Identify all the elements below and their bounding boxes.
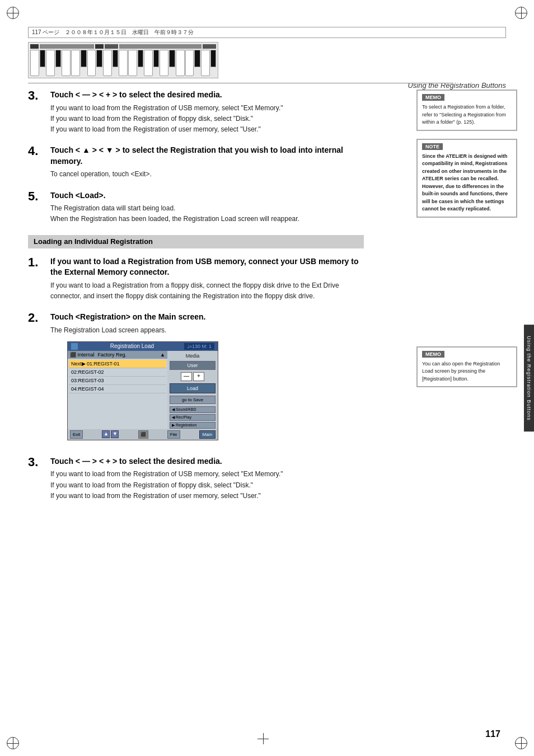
up-arrow-btn[interactable]: ▲ [102,430,110,438]
sound-kbd-btn[interactable]: ◀ Sound/KBD [170,406,216,413]
step-4-touch: Touch [50,145,73,154]
screen-left: ⬛ Internal Factory Reg. ▲ Next▶ 01:REGIS… [68,351,167,429]
touch-word: Touch [50,90,73,99]
step-3-line-3: If you want to load from the Registratio… [50,124,364,135]
media-user-btn[interactable]: User [170,361,216,370]
note-box-1: NOTE Since the ATELIER is designed with … [416,139,517,218]
pm-buttons: — + [170,372,216,381]
step-5-touch: Touch [50,191,73,200]
list-item-4[interactable]: 04:REGIST-04 [69,385,166,393]
step-3b-touch: Touch [50,457,73,466]
step-3-line-2: If you want to load from the Registratio… [50,114,364,124]
screen-tempo: ♩=130 M: 1 [184,343,214,350]
note-text-1: Since the ATELIER is designed with compa… [422,153,512,213]
screen-body: ⬛ Internal Factory Reg. ▲ Next▶ 01:REGIS… [68,351,218,429]
memo-text-2: You can also open the Registration Load … [422,360,512,383]
down-arrow-btn[interactable]: ▼ [111,430,119,438]
corner-mark-tr [515,7,527,19]
file-btn[interactable]: ⬛ [138,430,148,439]
step-4-body: To cancel operation, touch <Exit>. [50,169,364,180]
list-item-2[interactable]: 02:REGIST-02 [69,368,166,377]
ind-step-3-body: If you want to load from the Registratio… [50,469,364,501]
ind-step-1-number: 1. [28,256,45,302]
main-btn[interactable]: Main [199,430,216,439]
ind-step-1-title: If you want to load a Registration from … [50,256,364,278]
meta-bar: 117 ページ ２００８年１０月１５日 水曜日 午前９時３７分 [28,27,506,38]
step-5-number: 5. [28,190,45,225]
bottom-arrows: ▲ ▼ [102,430,119,438]
ind-step-1-body: If you want to load a Registration from … [50,280,364,302]
ind-step-1-block: 1. If you want to load a Registration fr… [28,256,364,302]
bottom-center-mark [257,733,269,739]
screen-list: Next▶ 01:REGIST-01 02:REGIST-02 03:REGIS… [68,359,167,429]
page-number: 117 [485,729,500,739]
step-5-block: 5. Touch <Load>. The Registration data w… [28,190,364,225]
rec-play-btn[interactable]: ◀ Rec/Play [170,414,216,421]
memo-box-1: MEMO To select a Registration from a fol… [416,90,517,131]
step-4-block: 4. Touch < ▲ > < ▼ > to select the Regis… [28,145,364,180]
step-3-body: If you want to load from the Registratio… [50,103,364,135]
minus-btn[interactable]: — [181,372,192,381]
plus-btn[interactable]: + [193,372,204,381]
ind-step-3-line-2: If you want to load from the Registratio… [50,480,364,491]
side-buttons: ◀ Sound/KBD ◀ Rec/Play ▶ Registration [170,406,216,429]
step-5-title: Touch <Load>. [50,190,364,201]
ind-step-2-block: 2. Touch <Registration> on the Main scre… [28,312,364,446]
list-item-1[interactable]: Next▶ 01:REGIST-01 [69,360,166,368]
screen-title-text: Registration Load [110,343,154,349]
exit-btn[interactable]: Exit [70,430,83,439]
ind-step-3-line-1: If you want to load from the Registratio… [50,469,364,480]
file-label-btn[interactable]: File [167,430,180,439]
list-item-3[interactable]: 03:REGIST-03 [69,377,166,385]
step-3-block: 3. Touch < — > < + > to select the desir… [28,90,364,135]
memo-title-1: MEMO [422,94,444,101]
ind-step-3-content: Touch < — > < + > to select the desired … [50,456,364,501]
screen-ui: Registration Load ♩=130 M: 1 ⬛ Internal … [67,341,218,440]
step-3-number: 3. [28,90,45,135]
media-label: Media [170,353,216,359]
step-4-title: Touch < ▲ > < ▼ > to select the Registra… [50,145,364,167]
step-5-line-2: When the Registration has been loaded, t… [50,214,364,224]
corner-mark-bl [7,737,19,749]
screen-title-icon [71,343,78,350]
goto-save-btn[interactable]: go to Save [170,396,216,404]
top-rule [28,83,453,83]
main-content: 3. Touch < — > < + > to select the desir… [28,90,364,728]
vertical-tab: Using the Registration Buttons [524,325,534,432]
ind-step-2-body: The Registration Load screen appears. [50,325,364,336]
ind-step-3-title: Touch < — > < + > to select the desired … [50,456,364,467]
ind-step-3-line-3: If you want to load from the Registratio… [50,491,364,501]
registration-btn[interactable]: ▶ Registration [170,422,216,429]
section-divider: Loading an Individual Registration [28,235,364,248]
right-sidebar: MEMO To select a Registration from a fol… [416,90,517,395]
corner-mark-br [515,737,527,749]
ind-step-2-line: The Registration Load screen appears. [50,325,364,336]
ind-step-1-content: If you want to load a Registration from … [50,256,364,302]
load-btn[interactable]: Load [170,383,216,393]
memo-text-1: To select a Registration from a folder, … [422,104,512,126]
meta-text: 117 ページ ２００８年１０月１５日 水曜日 午前９時３７分 [32,29,194,36]
step-5-content: Touch <Load>. The Registration data will… [50,190,364,225]
step-3-title: Touch < — > < + > to select the desired … [50,90,364,101]
memo-box-2: MEMO You can also open the Registration … [416,346,517,388]
step-3-content: Touch < — > < + > to select the desired … [50,90,364,135]
corner-mark-tl [7,7,19,19]
ind-step-2-content: Touch <Registration> on the Main screen.… [50,312,364,446]
screen-bottom-bar: Exit ▲ ▼ ⬛ File Main [68,429,218,440]
step-5-line-1: The Registration data will start being l… [50,203,364,214]
screen-right-panel: Media User — + Load go to Save ◀ Sound/K… [167,351,218,429]
memo-title-2: MEMO [422,351,444,358]
ind-step-2-number: 2. [28,312,45,446]
step-3-line-1: If you want to load from the Registratio… [50,103,364,114]
screen-titlebar: Registration Load ♩=130 M: 1 [68,342,218,351]
ind-step-1-line: If you want to load a Registration from … [50,280,364,302]
screen-internal-header: ⬛ Internal Factory Reg. ▲ [68,351,167,359]
ind-step-3-number: 3. [28,456,45,501]
step-5-body: The Registration data will start being l… [50,203,364,224]
ind-step-2-title: Touch <Registration> on the Main screen. [50,312,364,323]
step-4-content: Touch < ▲ > < ▼ > to select the Registra… [50,145,364,180]
step-4-cancel: To cancel operation, touch <Exit>. [50,169,364,180]
step-2-touch: Touch [50,312,73,321]
step-4-number: 4. [28,145,45,180]
ind-step-3-block: 3. Touch < — > < + > to select the desir… [28,456,364,501]
